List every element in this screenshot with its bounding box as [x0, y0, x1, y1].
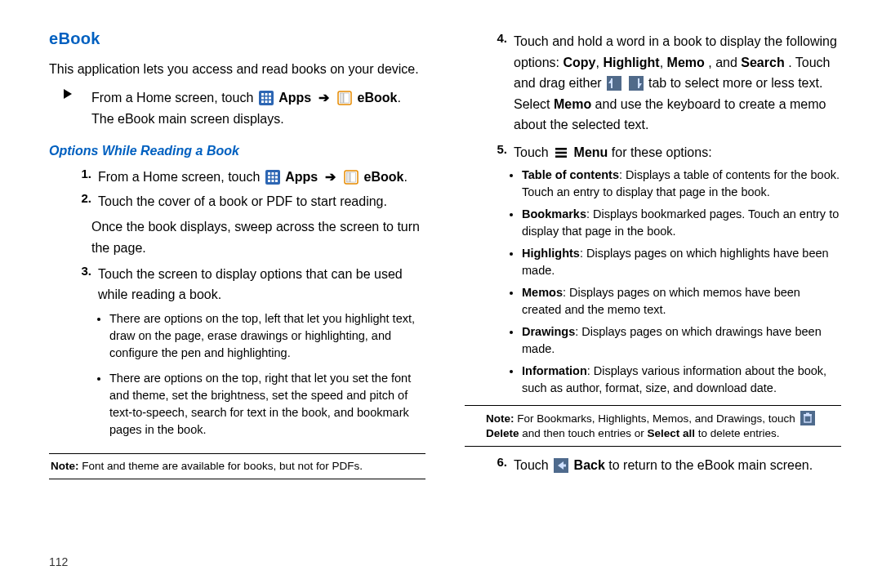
note-right-c: to delete entries.: [698, 427, 780, 439]
step-4b: , and: [708, 56, 741, 69]
step-5b: for these options:: [612, 145, 712, 159]
step-1: 1. From a Home screen, touch Apps ➔ eBoo…: [49, 167, 425, 188]
step-3: 3. Touch the screen to display options t…: [49, 264, 425, 305]
step-5: 5. Touch Menu for these options:: [465, 142, 841, 163]
open-step-line2: The eBook main screen displays.: [91, 109, 425, 130]
svg-rect-38: [561, 465, 566, 467]
svg-rect-3: [269, 93, 271, 96]
menu-item-memos: Memos: Displays pages on which memos hav…: [522, 284, 841, 318]
svg-rect-12: [344, 93, 350, 103]
menu-item-bookmarks: Bookmarks: Displays bookmarked pages. To…: [522, 206, 841, 240]
step-6b: to return to the eBook main screen.: [608, 458, 813, 472]
note-right: Note: For Bookmarks, Highlights, Memos, …: [465, 405, 841, 447]
svg-rect-25: [350, 172, 356, 182]
menu-item-drawings: Drawings: Displays pages on which drawin…: [522, 323, 841, 358]
svg-rect-35: [804, 414, 812, 416]
svg-rect-5: [265, 97, 267, 100]
highlight-label: Highlight: [603, 56, 659, 69]
menu-options-list: Table of contents: Displays a table of c…: [465, 167, 841, 397]
ebook-icon: [344, 170, 359, 185]
triangle-bullet-icon: [62, 87, 91, 100]
subsection-title: Options While Reading a Book: [49, 144, 425, 158]
step-number: 5.: [478, 142, 514, 156]
left-column: eBook This application lets you access a…: [49, 29, 425, 479]
menu-icon: [554, 145, 568, 160]
svg-rect-1: [261, 93, 264, 96]
copy-label: Copy: [563, 56, 595, 69]
svg-rect-9: [269, 100, 271, 103]
note-left-text: Font and theme are available for books, …: [79, 460, 363, 472]
svg-rect-30: [555, 148, 567, 150]
back-label: Back: [574, 458, 605, 472]
svg-rect-4: [261, 97, 264, 100]
text-select-left-icon: [607, 76, 621, 91]
svg-rect-2: [265, 93, 267, 96]
step-2-text: Touch the cover of a book or PDF to star…: [98, 191, 425, 212]
step-number: 3.: [62, 264, 98, 278]
select-all-label: Select all: [647, 427, 695, 439]
svg-rect-18: [271, 176, 274, 179]
note-lead: Note:: [486, 412, 514, 425]
svg-rect-31: [555, 152, 567, 154]
svg-rect-15: [271, 172, 274, 175]
menu-item-toc: Table of contents: Displays a table of c…: [522, 167, 841, 201]
apps-grid-icon: [265, 170, 280, 185]
menu-item-information: Information: Displays various informatio…: [522, 363, 841, 397]
svg-rect-16: [275, 172, 278, 175]
step-3-bullet-1: There are options on the top, left that …: [109, 310, 425, 362]
svg-rect-14: [268, 172, 270, 175]
svg-rect-17: [268, 176, 270, 179]
svg-rect-32: [555, 155, 567, 158]
note-left: Note: Font and theme are available for b…: [49, 453, 425, 479]
svg-rect-21: [271, 180, 274, 182]
apps-label: Apps: [278, 91, 311, 105]
memo-label: Memo: [667, 56, 705, 69]
menu-label: Menu: [574, 145, 608, 159]
step-number: 6.: [478, 455, 514, 469]
memo-sentence-label: Memo: [554, 97, 591, 111]
svg-rect-22: [275, 180, 278, 182]
step-6a: Touch: [514, 458, 552, 472]
svg-rect-7: [261, 100, 264, 103]
intro-text: This application lets you access and rea…: [49, 60, 425, 79]
note-right-b: and then touch entries or: [522, 427, 647, 439]
step-4: 4. Touch and hold a word in a book to di…: [465, 31, 841, 136]
step-2: 2. Touch the cover of a book or PDF to s…: [49, 191, 425, 212]
section-title: eBook: [49, 29, 425, 48]
page-number: 112: [49, 555, 68, 568]
step-2b-text: Once the book displays, sweep across the…: [91, 216, 425, 258]
svg-rect-6: [269, 97, 271, 100]
svg-rect-11: [341, 93, 344, 103]
svg-rect-20: [268, 180, 270, 182]
step-5a: Touch: [514, 145, 552, 159]
svg-rect-8: [265, 100, 267, 103]
text-select-right-icon: [629, 76, 644, 91]
delete-label: Delete: [486, 427, 519, 439]
svg-rect-24: [347, 172, 350, 182]
step-number: 4.: [478, 31, 514, 45]
step-number: 2.: [62, 191, 98, 205]
menu-item-highlights: Highlights: Displays pages on which high…: [522, 245, 841, 279]
step-number: 1.: [62, 167, 98, 180]
note-right-a: For Bookmarks, Highlights, Memos, and Dr…: [514, 412, 799, 425]
ebook-label: eBook: [364, 170, 404, 184]
ebook-icon: [337, 91, 352, 105]
arrow-icon: ➔: [315, 91, 332, 105]
open-step: From a Home screen, touch Apps ➔ eBook. …: [49, 87, 425, 129]
step-6: 6. Touch Back to return to the eBook mai…: [465, 455, 841, 476]
right-column: 4. Touch and hold a word in a book to di…: [465, 29, 841, 479]
search-label: Search: [741, 56, 784, 69]
svg-rect-36: [806, 412, 809, 414]
apps-grid-icon: [259, 91, 274, 105]
arrow-icon: ➔: [322, 170, 339, 184]
step-1-text: From a Home screen, touch: [98, 170, 260, 184]
step-3-text: Touch the screen to display options that…: [98, 264, 425, 305]
ebook-label: eBook: [358, 91, 398, 105]
step-3-bullet-2: There are options on the top, right that…: [109, 370, 425, 439]
open-step-text: From a Home screen, touch: [91, 91, 253, 105]
back-arrow-icon: [554, 458, 568, 473]
note-lead: Note:: [51, 460, 79, 472]
apps-label: Apps: [285, 170, 318, 184]
delete-icon: [800, 411, 815, 425]
svg-rect-19: [275, 176, 278, 179]
